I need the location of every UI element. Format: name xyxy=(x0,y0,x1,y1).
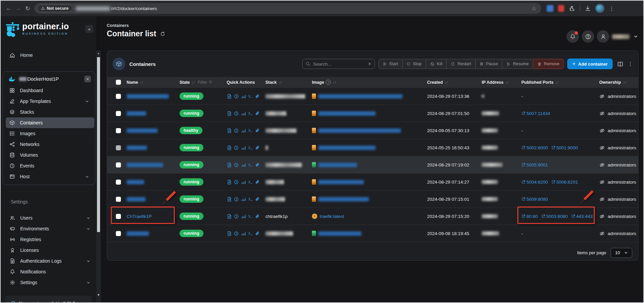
published-port-link[interactable]: 5002:8000 xyxy=(521,145,548,150)
attach-icon[interactable] xyxy=(255,197,260,202)
user-avatar-button[interactable] xyxy=(597,30,609,43)
row-checkbox[interactable] xyxy=(116,128,121,133)
browser-profile-avatar[interactable] xyxy=(595,4,604,13)
container-name-blur[interactable] xyxy=(127,197,146,201)
image-link-blur[interactable] xyxy=(318,128,401,133)
extension-icon[interactable] xyxy=(558,5,564,12)
breadcrumb[interactable]: Containers xyxy=(107,23,129,28)
published-port-link[interactable]: 5004:8200 xyxy=(521,180,548,185)
container-name-blur[interactable] xyxy=(127,231,149,236)
scrollbar[interactable]: ▲ ▼ xyxy=(96,16,101,303)
sidebar-item-authentication-logs[interactable]: Authentication Logs xyxy=(1,256,96,266)
image-link-blur[interactable] xyxy=(318,163,357,167)
console-icon[interactable] xyxy=(248,94,253,99)
start-button[interactable]: Start xyxy=(378,59,402,69)
user-menu-chevron-icon[interactable] xyxy=(634,34,638,39)
environment-close-icon[interactable]: ✕ xyxy=(84,76,91,82)
stats-icon[interactable] xyxy=(241,180,246,185)
column-header-image[interactable]: Image?↓↑ xyxy=(310,80,424,85)
sidebar-item-containers[interactable]: Containers xyxy=(6,117,94,128)
notifications-bell-button[interactable] xyxy=(567,30,579,43)
console-icon[interactable] xyxy=(248,197,253,202)
container-name-blur[interactable] xyxy=(127,146,147,150)
logs-icon[interactable] xyxy=(227,180,232,185)
sidebar-collapse-button[interactable]: « xyxy=(85,25,93,33)
items-per-page-select[interactable]: 10 xyxy=(611,248,632,258)
published-port-link[interactable]: 5001:9000 xyxy=(551,145,578,150)
logs-icon[interactable] xyxy=(227,128,232,133)
row-checkbox[interactable] xyxy=(116,231,121,236)
container-name-blur[interactable] xyxy=(127,94,169,99)
add-container-button[interactable]: + Add container xyxy=(567,59,613,69)
search-clear-icon[interactable]: ✕ xyxy=(368,62,372,66)
stats-icon[interactable] xyxy=(241,231,246,236)
inspect-icon[interactable] xyxy=(234,128,239,133)
logs-icon[interactable] xyxy=(227,94,232,99)
sidebar-item-licenses[interactable]: Licenses xyxy=(1,245,96,256)
row-checkbox[interactable] xyxy=(116,162,121,167)
sidebar-item-volumes[interactable]: Volumes xyxy=(3,150,95,160)
extensions-puzzle-icon[interactable] xyxy=(569,5,575,11)
update-banner[interactable]: New version available 2.21.0 xyxy=(5,296,92,303)
inspect-icon[interactable] xyxy=(234,214,239,219)
attach-icon[interactable] xyxy=(255,128,260,133)
sort-icon[interactable]: ↓↑ xyxy=(555,80,559,84)
bookmark-star-icon[interactable]: ☆ xyxy=(532,5,539,12)
stats-icon[interactable] xyxy=(241,128,246,133)
console-icon[interactable] xyxy=(248,111,253,116)
column-header-state[interactable]: State↓↑Filter xyxy=(178,80,225,85)
published-port-link[interactable]: 5006:8201 xyxy=(551,180,578,185)
console-icon[interactable] xyxy=(248,231,253,236)
column-header-owner[interactable]: Ownership↓↑ xyxy=(596,80,638,85)
sort-icon[interactable]: ↓↑ xyxy=(192,80,195,84)
published-port-link[interactable]: 5009:8080 xyxy=(521,197,548,202)
help-button[interactable] xyxy=(582,30,594,43)
kebab-menu-icon[interactable]: ⋮ xyxy=(628,61,633,67)
image-link-blur[interactable] xyxy=(318,231,361,236)
sidebar-item-registries[interactable]: Registries xyxy=(1,234,96,245)
stats-icon[interactable] xyxy=(241,197,246,202)
column-header-created[interactable]: Created↓↑ xyxy=(424,80,479,85)
kill-button[interactable]: Kill xyxy=(426,59,447,69)
console-icon[interactable] xyxy=(248,180,253,185)
scrollbar-down-icon[interactable]: ▼ xyxy=(96,293,101,297)
sidebar-item-images[interactable]: Images xyxy=(3,128,95,139)
sidebar-item-app-templates[interactable]: App Templates xyxy=(3,96,95,107)
resume-button[interactable]: Resume xyxy=(502,59,533,69)
column-header-ip[interactable]: IP Address↓↑ xyxy=(479,80,519,85)
filter-button[interactable]: Filter xyxy=(198,80,213,85)
search-input[interactable] xyxy=(313,61,364,67)
restart-button[interactable]: Restart xyxy=(447,59,475,69)
console-icon[interactable] xyxy=(248,214,253,219)
stop-button[interactable]: Stop xyxy=(402,59,426,69)
table-settings-icon[interactable] xyxy=(617,61,623,67)
container-name-blur[interactable] xyxy=(127,180,144,184)
extension-icon[interactable] xyxy=(547,5,553,12)
container-name-blur[interactable] xyxy=(127,163,163,167)
attach-icon[interactable] xyxy=(255,111,260,116)
search-box[interactable]: ✕ xyxy=(302,59,375,69)
image-link-blur[interactable] xyxy=(318,94,402,99)
sort-icon[interactable]: ↓↑ xyxy=(279,80,282,84)
logs-icon[interactable] xyxy=(227,145,232,150)
browser-refresh-icon[interactable]: ↻ xyxy=(23,4,32,13)
column-header-name[interactable]: Name↓↑ xyxy=(125,80,178,85)
attach-icon[interactable] xyxy=(255,180,260,185)
logs-icon[interactable] xyxy=(227,231,232,236)
row-checkbox[interactable] xyxy=(116,94,121,99)
stats-icon[interactable] xyxy=(241,145,246,150)
address-bar[interactable]: ⚠Not secure /#!/2/docker/containers ☆ xyxy=(34,3,541,14)
row-checkbox[interactable] xyxy=(116,111,121,116)
sidebar-item-notifications[interactable]: Notifications xyxy=(1,266,96,277)
browser-back-icon[interactable]: ← xyxy=(4,4,13,13)
image-link-blur[interactable] xyxy=(318,111,376,116)
container-name-blur[interactable] xyxy=(127,128,158,133)
logs-icon[interactable] xyxy=(227,162,232,167)
inspect-icon[interactable] xyxy=(234,145,239,150)
image-link[interactable]: traefik:latest xyxy=(320,214,344,219)
pause-button[interactable]: Pause xyxy=(476,59,502,69)
stats-icon[interactable] xyxy=(241,162,246,167)
image-link-blur[interactable] xyxy=(318,197,369,201)
inspect-icon[interactable] xyxy=(234,94,239,99)
inspect-icon[interactable] xyxy=(234,111,239,116)
